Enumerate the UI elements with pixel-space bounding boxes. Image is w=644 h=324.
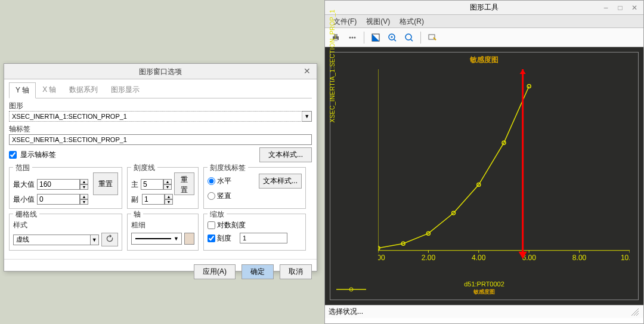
apply-button[interactable]: 应用(A) [194, 264, 236, 279]
toolbar [325, 28, 643, 47]
major-down[interactable]: ▼ [163, 184, 172, 190]
zoom-fit-button[interactable] [402, 30, 416, 45]
grid-style-arrow[interactable]: ▼ [91, 234, 99, 245]
max-down[interactable]: ▼ [80, 184, 88, 190]
minor-input[interactable] [142, 194, 165, 205]
major-up[interactable]: ▲ [163, 179, 172, 184]
major-label: 主 [131, 180, 138, 190]
scaling-title: 缩放 [208, 209, 227, 220]
svg-text:4.00: 4.00 [472, 254, 486, 262]
contrast-icon [371, 33, 380, 42]
svg-point-44 [527, 84, 531, 88]
zoom-in-icon [388, 33, 397, 42]
tab-x-axis[interactable]: X 轴 [36, 82, 63, 98]
show-axis-label-checkbox[interactable]: 显示轴标签 [9, 150, 56, 160]
zoom-fit-icon [404, 33, 414, 42]
chart-window-title: 图形工具 [470, 2, 499, 13]
min-up[interactable]: ▲ [80, 194, 88, 199]
menubar: 文件(F) 视图(V) 格式(R) [325, 15, 643, 28]
svg-point-11 [405, 34, 411, 40]
tick-label-text-style-button[interactable]: 文本样式... [259, 174, 302, 189]
horiz-radio[interactable] [208, 177, 215, 185]
tab-y-axis[interactable]: Y 轴 [9, 82, 36, 98]
max-input[interactable] [37, 179, 80, 190]
axis-label-label: 轴标签 [9, 124, 312, 134]
grid-style-select[interactable] [13, 234, 91, 245]
scale-checkbox[interactable]: 刻度 [208, 233, 231, 243]
svg-text:8.00: 8.00 [572, 254, 587, 262]
tab-data-series[interactable]: 数据系列 [63, 82, 104, 98]
minimize-button[interactable]: – [600, 4, 611, 12]
horiz-radio-label[interactable]: 水平 [208, 176, 231, 186]
options-button[interactable] [425, 30, 439, 45]
chart-legend-label: 敏感度图 [330, 288, 638, 296]
graph-label: 图形 [9, 101, 312, 111]
chart-title: 敏感度图 [330, 53, 638, 65]
y-axis-label: XSEC_INERTIA_1:SECTION_PROP_1 [329, 10, 336, 123]
range-reset-button[interactable]: 重置 [93, 172, 118, 195]
axis-title: 轴 [131, 209, 143, 220]
minor-down[interactable]: ▼ [165, 199, 173, 205]
max-up[interactable]: ▲ [80, 179, 88, 184]
dialog-close-button[interactable]: ✕ [301, 65, 313, 77]
group-range: 范围 最大值 ▲▼ 重置 最小值 ▲▼ [9, 167, 122, 209]
ticks-reset-button[interactable]: 重置 [174, 172, 194, 195]
menu-view[interactable]: 视图(V) [361, 15, 395, 27]
scale-value-input[interactable] [240, 233, 287, 243]
svg-point-5 [354, 36, 356, 38]
grid-refresh-button[interactable] [101, 233, 118, 246]
ok-button[interactable]: 确定 [242, 264, 274, 279]
plot-area: 0.0040.0080.00120.00160.000.002.004.006.… [378, 69, 630, 269]
vert-radio-label[interactable]: 竖直 [208, 191, 231, 201]
cancel-button[interactable]: 取消 [280, 264, 312, 279]
ticks-title: 刻度线 [131, 163, 157, 173]
group-scaling: 缩放 对数刻度 刻度 [203, 214, 306, 251]
graph-select-arrow[interactable]: ▼ [302, 111, 312, 122]
min-down[interactable]: ▼ [80, 199, 88, 205]
log-scale-checkbox[interactable]: 对数刻度 [208, 220, 246, 230]
resize-grip[interactable] [630, 307, 640, 317]
maximize-button[interactable]: □ [615, 4, 626, 12]
refresh-icon [106, 234, 114, 243]
min-input[interactable] [37, 194, 80, 205]
max-label: 最大值 [13, 180, 35, 190]
axis-color-swatch[interactable] [184, 233, 194, 245]
tabs: Y 轴 X 轴 数据系列 图形显示 [9, 82, 312, 98]
graph-options-dialog: 图形窗口选项 ✕ Y 轴 X 轴 数据系列 图形显示 图形 ▼ 轴标签 显示轴标… [4, 63, 317, 271]
log-scale-check[interactable] [208, 221, 215, 229]
thickness-select[interactable]: ▼ [131, 233, 182, 245]
group-axis: 轴 粗细 ▼ [127, 214, 199, 251]
x-axis-label: d51:PRT0002 [330, 280, 638, 288]
svg-point-3 [349, 36, 351, 38]
chart-window: 图形工具 – □ ✕ 文件(F) 视图(V) 格式(R) 敏感度图 XSEC_I… [324, 0, 644, 324]
legend-line-sample [336, 286, 372, 292]
graph-select[interactable] [9, 111, 302, 122]
show-axis-label-check[interactable] [9, 151, 17, 159]
tick-labels-title: 刻度线标签 [208, 163, 248, 173]
menu-format[interactable]: 格式(R) [395, 15, 429, 27]
close-button[interactable]: ✕ [629, 4, 640, 12]
grid-title: 栅格线 [13, 209, 39, 220]
min-label: 最小值 [13, 195, 35, 205]
text-style-button[interactable]: 文本样式... [259, 147, 312, 162]
status-bar: 选择状况... [325, 305, 643, 318]
zoom-in-button[interactable] [385, 30, 400, 45]
status-text: 选择状况... [329, 307, 363, 317]
svg-text:10.00: 10.00 [621, 254, 630, 262]
contrast-button[interactable] [369, 30, 383, 45]
axis-label-input[interactable] [9, 134, 312, 145]
resize-grip-icon [630, 307, 640, 317]
svg-point-4 [352, 36, 354, 38]
vert-radio[interactable] [208, 192, 215, 200]
settings-button[interactable] [345, 30, 360, 45]
tab-graph-display[interactable]: 图形显示 [104, 82, 146, 98]
svg-line-8 [394, 39, 396, 41]
svg-text:0.00: 0.00 [378, 254, 385, 262]
minor-up[interactable]: ▲ [165, 194, 173, 199]
scale-check[interactable] [208, 234, 215, 242]
group-tick-labels: 刻度线标签 水平 文本样式... 竖直 [203, 167, 306, 209]
group-gridlines: 栅格线 样式 ▼ [9, 214, 122, 251]
chart-area: 敏感度图 XSEC_INERTIA_1:SECTION_PROP_1 0.004… [325, 47, 643, 305]
major-input[interactable] [141, 179, 163, 190]
options-icon [428, 33, 437, 42]
